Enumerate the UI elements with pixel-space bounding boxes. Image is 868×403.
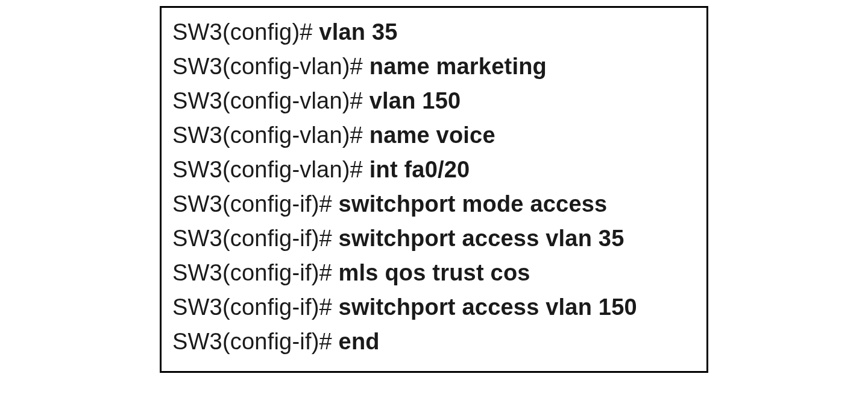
cli-prompt: SW3(config-if)#: [172, 294, 339, 320]
cli-command: switchport access vlan 150: [339, 294, 637, 320]
cli-command: name marketing: [370, 54, 547, 79]
cli-prompt: SW3(config-vlan)#: [172, 54, 370, 79]
cli-command: mls qos trust cos: [339, 260, 530, 285]
cli-command: vlan 35: [319, 19, 397, 45]
cli-prompt: SW3(config-if)#: [172, 329, 339, 354]
cli-line: SW3(config)# vlan 35: [172, 15, 696, 49]
cli-output-box: SW3(config)# vlan 35 SW3(config-vlan)# n…: [160, 6, 708, 373]
cli-prompt: SW3(config-vlan)#: [172, 157, 370, 182]
cli-command: end: [339, 329, 380, 354]
cli-prompt: SW3(config-vlan)#: [172, 88, 370, 113]
cli-line: SW3(config-if)# end: [172, 325, 696, 359]
cli-command: name voice: [370, 122, 495, 148]
cli-prompt: SW3(config-if)#: [172, 226, 339, 251]
cli-prompt: SW3(config-vlan)#: [172, 122, 370, 148]
cli-line: SW3(config-if)# switchport mode access: [172, 187, 696, 221]
cli-command: int fa0/20: [370, 157, 470, 182]
cli-command: switchport access vlan 35: [339, 226, 624, 251]
cli-line: SW3(config-if)# mls qos trust cos: [172, 256, 696, 290]
cli-line: SW3(config-vlan)# int fa0/20: [172, 153, 696, 187]
cli-command: switchport mode access: [339, 191, 608, 217]
cli-line: SW3(config-if)# switchport access vlan 1…: [172, 290, 696, 325]
cli-prompt: SW3(config-if)#: [172, 260, 339, 285]
cli-prompt: SW3(config)#: [172, 19, 319, 45]
cli-prompt: SW3(config-if)#: [172, 191, 339, 217]
cli-line: SW3(config-vlan)# vlan 150: [172, 84, 696, 118]
cli-line: SW3(config-if)# switchport access vlan 3…: [172, 221, 696, 256]
cli-line: SW3(config-vlan)# name marketing: [172, 49, 696, 84]
cli-command: vlan 150: [370, 88, 461, 113]
cli-line: SW3(config-vlan)# name voice: [172, 118, 696, 153]
